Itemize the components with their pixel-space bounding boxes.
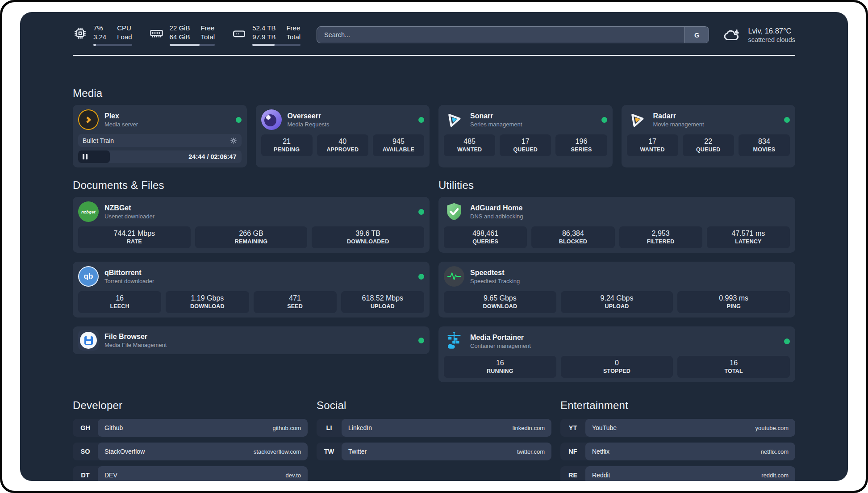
- link-url: netflix.com: [761, 448, 789, 455]
- cpu-stat: 7% 3.24 CPU Load: [73, 24, 132, 46]
- app-card-adguard[interactable]: AdGuard Home DNS and adblocking 498,461Q…: [438, 197, 795, 253]
- link-netflix[interactable]: NF Netflixnetflix.com: [560, 443, 795, 460]
- cpu-usage-label: CPU: [117, 24, 132, 33]
- stat-cell: 16LEECH: [78, 291, 161, 313]
- link-dev[interactable]: DT DEVdev.to: [73, 466, 308, 481]
- app-card-speedtest[interactable]: Speedtest Speedtest Tracking 9.65 GbpsDO…: [438, 262, 795, 318]
- app-name: Plex: [104, 112, 138, 121]
- link-reddit[interactable]: RE Redditreddit.com: [560, 466, 795, 481]
- app-name: Media Portainer: [470, 333, 531, 342]
- status-dot: [418, 274, 424, 280]
- stat-cell: 21PENDING: [261, 134, 313, 156]
- link-linkedin[interactable]: LI LinkedInlinkedin.com: [317, 419, 551, 437]
- memory-total-label: Total: [200, 33, 215, 42]
- link-youtube[interactable]: YT YouTubeyoutube.com: [560, 419, 795, 437]
- link-abbr: YT: [560, 419, 585, 437]
- weather-summary: Lviv, 16.87°C: [748, 27, 795, 35]
- memory-free-value: 22 GiB: [170, 24, 190, 33]
- memory-total-value: 64 GiB: [170, 33, 190, 42]
- radarr-icon: [625, 108, 649, 131]
- app-card-portainer[interactable]: Media Portainer Container management 16R…: [438, 326, 795, 382]
- status-dot: [236, 117, 242, 123]
- storage-stat: 52.4 TB 97.9 TB Free Total: [232, 24, 300, 46]
- memory-progress-fill: [170, 44, 200, 46]
- link-abbr: NF: [560, 443, 585, 460]
- search-bar: G: [317, 26, 709, 43]
- search-input[interactable]: [317, 27, 684, 43]
- stat-cell: 47.571 msLATENCY: [707, 226, 790, 248]
- stat-cell: 17QUEUED: [500, 134, 551, 156]
- section-title-media: Media: [73, 87, 795, 100]
- app-name: File Browser: [104, 332, 167, 341]
- app-description: Container management: [470, 343, 531, 349]
- link-abbr: SO: [73, 443, 98, 460]
- link-url: github.com: [272, 425, 301, 431]
- app-description: DNS and adblocking: [470, 213, 523, 220]
- sonarr-icon: [442, 108, 466, 131]
- app-description: Torrent downloader: [104, 278, 154, 284]
- link-abbr: DT: [73, 466, 98, 481]
- weather-description: scattered clouds: [748, 36, 795, 43]
- plex-icon: [78, 109, 99, 130]
- status-dot: [418, 338, 424, 343]
- media-time: 24:44 / 02:06:47: [188, 153, 241, 160]
- link-url: linkedin.com: [513, 425, 545, 431]
- link-stackoverflow[interactable]: SO StackOverflowstackoverflow.com: [73, 443, 308, 460]
- app-description: Usenet downloader: [104, 213, 154, 220]
- top-bar: 7% 3.24 CPU Load: [73, 24, 795, 46]
- storage-total-value: 97.9 TB: [252, 33, 275, 42]
- app-card-radarr[interactable]: Radarr Movie management 17WANTED 22QUEUE…: [622, 105, 796, 167]
- link-name: StackOverflow: [104, 448, 145, 455]
- link-name: Reddit: [592, 472, 610, 479]
- cpu-icon: [73, 26, 88, 41]
- search-engine-button[interactable]: G: [684, 27, 709, 43]
- section-title-utilities: Utilities: [438, 179, 795, 192]
- stat-cell: 945AVAILABLE: [373, 134, 424, 156]
- stat-cell: 266 GBREMAINING: [195, 226, 308, 248]
- stat-cell: 834MOVIES: [739, 134, 790, 156]
- storage-icon: [232, 26, 246, 41]
- stat-cell: 17WANTED: [627, 134, 678, 156]
- section-title-developer: Developer: [73, 399, 308, 412]
- link-github[interactable]: GH Githubgithub.com: [73, 419, 308, 437]
- app-card-plex[interactable]: Plex Media server Bullet Train: [73, 105, 247, 167]
- app-card-overseerr[interactable]: Overseerr Media Requests 21PENDING 40APP…: [256, 105, 430, 167]
- link-name: Netflix: [592, 448, 609, 455]
- stat-cell: 498,461QUERIES: [444, 226, 527, 248]
- stat-cell: 618.52 MbpsUPLOAD: [341, 291, 424, 313]
- app-description: Media File Management: [104, 342, 167, 348]
- stat-cell: 39.6 TBDOWNLOADED: [312, 226, 424, 248]
- stat-cell: 744.21 MbpsRATE: [78, 226, 191, 248]
- section-title-social: Social: [317, 399, 551, 412]
- pause-button[interactable]: [83, 154, 88, 159]
- link-name: LinkedIn: [348, 424, 372, 431]
- app-card-nzbget[interactable]: nzbget NZBGet Usenet downloader 744.21 M…: [73, 197, 430, 253]
- app-name: NZBGet: [104, 204, 154, 213]
- section-title-entertainment: Entertainment: [560, 399, 795, 412]
- link-url: dev.to: [286, 472, 301, 479]
- stat-cell: 0.993 msPING: [677, 291, 790, 313]
- status-dot: [601, 117, 607, 123]
- link-twitter[interactable]: TW Twittertwitter.com: [317, 443, 551, 460]
- app-description: Movie management: [653, 121, 704, 128]
- stat-cell: 16RUNNING: [444, 356, 556, 378]
- now-playing-row: Bullet Train: [78, 134, 242, 147]
- memory-free-label: Free: [200, 24, 215, 33]
- media-settings-icon[interactable]: [230, 137, 237, 144]
- stat-cell: 2,953FILTERED: [619, 226, 702, 248]
- app-card-qbittorrent[interactable]: qb qBittorrent Torrent downloader 16LEEC…: [73, 262, 430, 318]
- storage-progress-fill: [252, 44, 275, 46]
- app-card-filebrowser[interactable]: File Browser Media File Management: [73, 326, 430, 354]
- link-abbr: RE: [560, 466, 585, 481]
- status-dot: [784, 117, 790, 123]
- app-card-sonarr[interactable]: Sonarr Series management 485WANTED 17QUE…: [438, 105, 613, 167]
- cpu-load-label: Load: [117, 33, 132, 42]
- stat-cell: 471SEED: [254, 291, 337, 313]
- link-abbr: GH: [73, 419, 98, 437]
- status-dot: [418, 209, 424, 215]
- stat-cell: 16TOTAL: [677, 356, 790, 378]
- storage-total-label: Total: [286, 33, 300, 42]
- stat-cell: 196SERIES: [555, 134, 607, 156]
- stat-cell: 0STOPPED: [561, 356, 673, 378]
- dashboard-page: 7% 3.24 CPU Load: [20, 12, 848, 481]
